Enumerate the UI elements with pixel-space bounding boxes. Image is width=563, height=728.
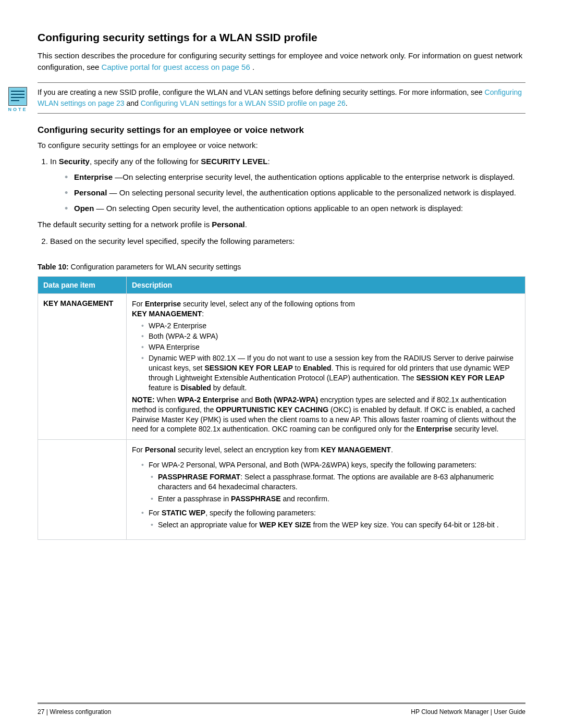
r1-note-b: When: [155, 396, 178, 404]
r2-sub3a: Select an appropriate value for: [158, 521, 260, 529]
r2-sub2b: PASSPHRASE: [231, 495, 280, 503]
r2-p1b: Personal: [145, 446, 176, 454]
step-1: In Security, specify any of the followin…: [50, 156, 525, 214]
table-caption: Table 10: Configuration parameters for W…: [38, 263, 525, 271]
personal-params-list: For WPA-2 Personal, WPA Personal, and Bo…: [132, 460, 520, 470]
table-caption-text: Configuration parameters for WLAN securi…: [69, 263, 241, 271]
subsection-title: Configuring security settings for an emp…: [38, 125, 525, 135]
default-suffix: .: [245, 220, 247, 229]
r1-note-j: security level.: [452, 425, 499, 433]
list-item: For WPA-2 Personal, WPA Personal, and Bo…: [141, 460, 520, 470]
list-item: Both (WPA-2 & WPA): [141, 331, 520, 341]
passphrase-list: PASSPHRASE FORMAT: Select a passphrase.f…: [132, 472, 520, 504]
level-personal: Personal — On selecting personal securit…: [65, 187, 525, 199]
r1-p1a: For: [132, 300, 145, 308]
cell-key-management: KEY MANAGEMENT: [38, 293, 127, 440]
r1-note-a: NOTE:: [132, 396, 155, 404]
default-setting-line: The default security setting for a netwo…: [38, 219, 525, 230]
subsection-intro: To configure security settings for an em…: [38, 140, 525, 151]
level-personal-label: Personal: [74, 188, 107, 197]
r1-li4h: Disabled: [180, 384, 211, 392]
step1-strong1: Security: [59, 157, 90, 166]
r1-note-d: and: [239, 396, 255, 404]
level-enterprise-label: Enterprise: [74, 172, 113, 181]
step-2: Based on the security level specified, s…: [50, 236, 525, 247]
r2-li2b: STATIC WEP: [162, 509, 205, 517]
note-label: NOTE: [6, 107, 29, 112]
section-title: Configuring security settings for a WLAN…: [38, 31, 525, 44]
intro-paragraph: This section describes the procedure for…: [38, 50, 525, 73]
list-item: Dynamic WEP with 802.1X — If you do not …: [141, 353, 520, 393]
note-prefix: If you are creating a new SSID profile, …: [38, 88, 485, 96]
enterprise-options-list: WPA-2 Enterprise Both (WPA-2 & WPA) WPA …: [132, 321, 520, 393]
cell-enterprise-desc: For Enterprise security level, select an…: [127, 293, 525, 440]
r1-li4b: SESSION KEY FOR LEAP: [204, 364, 292, 372]
link-vlan-settings[interactable]: Configuring VLAN settings for a WLAN SSI…: [141, 99, 346, 107]
link-captive-portal[interactable]: Captive portal for guest access on page …: [102, 63, 250, 71]
level-open-desc: — On selecting Open security level, the …: [94, 204, 463, 213]
table-row: KEY MANAGEMENT For Enterprise security l…: [38, 293, 525, 440]
r1-p1b: Enterprise: [145, 300, 181, 308]
intro-text-suffix: .: [250, 63, 254, 71]
r1-note-g: OPPURTUNISTIC KEY CACHING: [216, 405, 328, 414]
r2-p1e: .: [391, 446, 393, 454]
r1-li4g: feature is: [149, 384, 180, 392]
step1-strong2: SECURITY LEVEL: [201, 157, 267, 166]
r1-note-c: WPA-2 Enterprise: [178, 396, 239, 404]
r1-li4c: to: [293, 364, 303, 372]
r2-sub3c: from the WEP key size. You can specify 6…: [311, 521, 499, 529]
header-desc: Description: [127, 276, 525, 293]
r1-li4d: Enabled: [303, 364, 331, 372]
list-item: WPA-2 Enterprise: [141, 321, 520, 331]
level-open-label: Open: [74, 204, 94, 213]
document-page: Configuring security settings for a WLAN…: [0, 0, 563, 728]
footer-right: HP Cloud Network Manager | User Guide: [411, 708, 525, 715]
steps-list-2: Based on the security level specified, s…: [38, 236, 525, 247]
r2-p1a: For: [132, 446, 145, 454]
list-item: WPA Enterprise: [141, 342, 520, 352]
r2-sub2c: and reconfirm.: [281, 495, 329, 503]
table-caption-prefix: Table 10:: [38, 263, 69, 271]
cell-personal-desc: For Personal security level, select an e…: [127, 440, 525, 539]
note-text: If you are creating a new SSID profile, …: [38, 87, 525, 109]
level-enterprise-desc: —On selecting enterprise security level,…: [113, 172, 515, 181]
r1-li4i: by default.: [211, 384, 247, 392]
step1-suffix: :: [267, 157, 270, 166]
note-mid: and: [125, 99, 141, 107]
default-strong: Personal: [212, 220, 244, 229]
list-item: Enter a passphrase in PASSPHRASE and rec…: [151, 494, 520, 504]
list-item: For STATIC WEP, specify the following pa…: [141, 508, 520, 518]
r2-sub1a: PASSPHRASE FORMAT: [158, 473, 240, 481]
cell-key-empty: [38, 440, 127, 539]
steps-list: In Security, specify any of the followin…: [38, 156, 525, 214]
footer-left: 27 | Wireless configuration: [38, 708, 111, 715]
r1-p1d: KEY MANAGEMENT: [132, 310, 202, 318]
page-footer: 27 | Wireless configuration HP Cloud Net…: [38, 702, 525, 715]
note-icon: NOTE: [6, 87, 29, 112]
list-item: PASSPHRASE FORMAT: Select a passphrase.f…: [151, 472, 520, 492]
r1-note-e: Both (WPA2-WPA): [255, 396, 318, 404]
r2-sub2a: Enter a passphrase in: [158, 495, 231, 503]
header-item: Data pane item: [38, 276, 127, 293]
note-block: NOTE If you are creating a new SSID prof…: [38, 82, 525, 114]
default-prefix: The default security setting for a netwo…: [38, 220, 212, 229]
wep-key-list: Select an appropriate value for WEP KEY …: [132, 520, 520, 530]
security-level-list: Enterprise —On selecting enterprise secu…: [50, 171, 525, 214]
step1-mid: , specify any of the following for: [90, 157, 201, 166]
table-header-row: Data pane item Description: [38, 276, 525, 293]
r1-p1c: security level, select any of the follow…: [181, 300, 355, 308]
r1-p1e: :: [202, 310, 204, 318]
r2-p1d: KEY MANAGEMENT: [321, 446, 391, 454]
r2-p1c: security level, select an encryption key…: [176, 446, 321, 454]
level-personal-desc: — On selecting personal security level, …: [107, 188, 516, 197]
table-row: For Personal security level, select an e…: [38, 440, 525, 539]
r2-sub3b: WEP KEY SIZE: [260, 521, 311, 529]
config-table: Data pane item Description KEY MANAGEMEN…: [38, 276, 525, 540]
level-enterprise: Enterprise —On selecting enterprise secu…: [65, 171, 525, 183]
r1-note-i: Enterprise: [417, 425, 452, 433]
level-open: Open — On selecting Open security level,…: [65, 203, 525, 214]
list-item: Select an appropriate value for WEP KEY …: [151, 520, 520, 530]
step1-prefix: In: [50, 157, 59, 166]
r1-li4f: SESSION KEY FOR LEAP: [416, 374, 504, 382]
r2-li2a: For: [149, 509, 162, 517]
